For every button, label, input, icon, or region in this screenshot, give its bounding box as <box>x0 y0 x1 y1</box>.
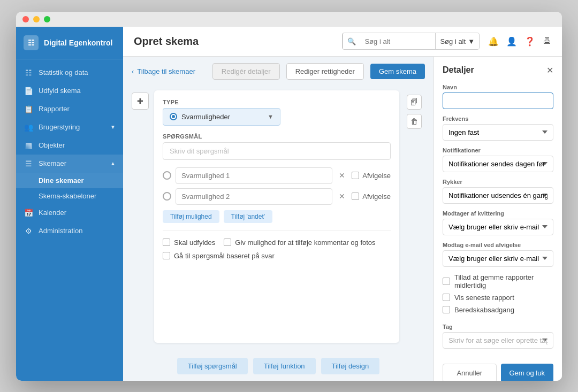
label-navn: Navn <box>443 84 553 90</box>
sidebar-item-skemaer[interactable]: ☰ Skemaer ▲ <box>16 155 123 173</box>
chevron-down-icon: ▼ <box>468 37 475 45</box>
select-modtager-kvittering[interactable]: Vælg bruger eller skriv e-mail <box>443 219 553 235</box>
option-checkbox-1[interactable] <box>352 172 359 179</box>
check-beredskabsadgang: Beredskabsadgang <box>443 306 553 314</box>
help-icon[interactable]: ❓ <box>524 36 535 47</box>
option-remove-2[interactable]: ✕ <box>337 191 347 202</box>
label-gem-midlertidig: Tillad at gemme rapporter midlertidig <box>454 273 553 289</box>
close-dot[interactable] <box>22 16 29 22</box>
delete-tool[interactable]: 🗑 <box>407 114 422 129</box>
label-skal-udfyldes: Skal udfyldes <box>174 239 215 247</box>
option-remove-1[interactable]: ✕ <box>337 170 347 181</box>
udfyld-icon: 📄 <box>24 87 33 95</box>
check-kommentar-fotos: Giv mulighed for at tilføje kommentar og… <box>224 239 375 247</box>
user-icon[interactable]: 👤 <box>506 36 517 47</box>
sidebar-item-skema-skabeloner[interactable]: Skema-skabeloner <box>16 188 123 204</box>
administration-icon: ⚙ <box>24 227 33 235</box>
back-link[interactable]: ‹ Tilbage til skemaer <box>132 67 195 75</box>
app-window: ☷ Digital Egenkontrol ☷ Statistik og dat… <box>16 12 562 381</box>
input-navn[interactable] <box>443 93 553 109</box>
form-panel: ‹ Tilbage til skemaer Redigér detaljer R… <box>123 57 434 381</box>
btn-gem-skema[interactable]: Gem skema <box>370 64 425 79</box>
option-input-1[interactable] <box>176 167 332 184</box>
form-actions: Tilføj spørgsmål Tilføj funktion Tilføj … <box>123 351 434 381</box>
question-label: Spørgsmål <box>163 133 391 140</box>
bell-icon[interactable]: 🔔 <box>488 36 499 47</box>
sidebar-label-statistik: Statistik og data <box>39 68 116 76</box>
select-modtag-email-afvigelse[interactable]: Vælg bruger eller skriv e-mail <box>443 250 553 267</box>
chevron-down-icon: ▼ <box>268 113 273 120</box>
form-footer: Skal udfyldes Giv mulighed for at tilføj… <box>163 230 391 260</box>
close-icon[interactable]: ✕ <box>546 65 553 75</box>
label-tag: Tag <box>443 324 553 330</box>
search-icon[interactable]: 🔍 <box>343 33 360 50</box>
sidebar-item-brugerstyring[interactable]: 👥 Brugerstyring ▼ <box>16 118 123 136</box>
sidebar-item-dine-skemaer[interactable]: Dine skemaer <box>16 173 123 188</box>
main-content: Opret skema 🔍 Søg i alt ▼ 🔔 👤 ❓ 🖶 <box>123 27 562 381</box>
form-card: Type Svarmuligheder ▼ <box>154 90 399 343</box>
print-icon[interactable]: 🖶 <box>543 36 551 46</box>
sidebar-item-kalender[interactable]: 📅 Kalender <box>16 204 123 222</box>
checkbox-gaa-til-spoergsmaal[interactable] <box>163 252 170 259</box>
btn-rediger-rettigheder[interactable]: Rediger rettigheder <box>286 63 364 80</box>
detail-header: Detaljer ✕ <box>443 65 553 75</box>
btn-rediger-detaljer[interactable]: Redigér detaljer <box>212 63 280 80</box>
field-modtager-kvittering: Modtager af kvittering Vælg bruger eller… <box>443 210 553 235</box>
sidebar-logo: ☷ Digital Egenkontrol <box>16 27 123 59</box>
field-tag: Tag Skriv for at søge eller oprette tag <box>443 324 553 349</box>
btn-annuller[interactable]: Annuller <box>443 364 497 381</box>
footer-checks: Skal udfyldes Giv mulighed for at tilføj… <box>163 239 391 260</box>
btn-gem-luk[interactable]: Gem og luk <box>501 364 554 381</box>
maximize-dot[interactable] <box>44 16 50 22</box>
search-dropdown[interactable]: Søg i alt ▼ <box>435 33 479 50</box>
brugerstyring-icon: 👥 <box>24 123 33 132</box>
sidebar-item-rapporter[interactable]: 📋 Rapporter <box>16 100 123 118</box>
rapporter-icon: 📋 <box>24 105 33 113</box>
select-rykker[interactable]: Notifikationer udsendes én gang <box>443 187 553 204</box>
move-tool[interactable]: ✚ <box>132 93 149 110</box>
question-input[interactable] <box>163 142 391 160</box>
btn-tilfoej-funktion[interactable]: Tilføj funktion <box>253 358 316 374</box>
btn-tilfoej-spoergsmaal[interactable]: Tilføj spørgsmål <box>177 358 248 374</box>
type-select-label: Svarmuligheder <box>181 113 263 121</box>
option-radio-2 <box>163 192 171 201</box>
btn-tilfoej-andet[interactable]: Tilføj 'andet' <box>224 210 273 223</box>
select-tag[interactable]: Skriv for at søge eller oprette tag <box>443 332 553 349</box>
skema-skabeloner-label: Skema-skabeloner <box>39 192 96 200</box>
checkbox-kommentar-fotos[interactable] <box>224 239 231 246</box>
sidebar-item-udfyld[interactable]: 📄 Udfyld skema <box>16 82 123 100</box>
select-frekvens[interactable]: Ingen fast Daglig Ugentlig Månedlig <box>443 124 553 141</box>
option-checkbox-2[interactable] <box>352 193 359 200</box>
option-input-2[interactable] <box>176 188 332 205</box>
checkbox-skal-udfyldes[interactable] <box>163 239 170 246</box>
sidebar-label-administration: Administration <box>39 227 116 235</box>
page-title: Opret skema <box>134 35 333 48</box>
detail-panel: Detaljer ✕ Navn Frekvens Ingen fast Dagl… <box>434 57 562 381</box>
field-navn: Navn <box>443 84 553 109</box>
field-notifikationer: Notifikationer Notifikationer sendes dag… <box>443 147 553 172</box>
btn-tilfoej-design[interactable]: Tilføj design <box>321 358 380 374</box>
search-input[interactable] <box>360 37 435 45</box>
add-option-wrap: Tilføj mulighed Tilføj 'andet' <box>163 210 391 223</box>
titlebar <box>16 12 562 27</box>
sidebar-item-administration[interactable]: ⚙ Administration <box>16 222 123 240</box>
field-modtag-email-afvigelse: Modtag e-mail ved afvigelse Vælg bruger … <box>443 242 553 267</box>
sidebar-item-objekter[interactable]: ▦ Objekter <box>16 136 123 155</box>
sidebar-label-udfyld: Udfyld skema <box>39 87 116 95</box>
checkbox-vis-seneste[interactable] <box>443 294 450 301</box>
minimize-dot[interactable] <box>33 16 40 22</box>
skemaer-icon: ☰ <box>24 159 33 168</box>
kalender-icon: 📅 <box>24 209 33 217</box>
copy-tool[interactable]: 🗐 <box>407 95 422 110</box>
checkbox-gem-midlertidig[interactable] <box>443 278 450 285</box>
sidebar-item-statistik[interactable]: ☷ Statistik og data <box>16 64 123 82</box>
checkbox-beredskabsadgang[interactable] <box>443 306 450 313</box>
logo-icon: ☷ <box>24 35 39 50</box>
type-select[interactable]: Svarmuligheder ▼ <box>163 108 280 126</box>
btn-tilfoej-mulighed[interactable]: Tilføj mulighed <box>163 210 219 223</box>
option-check-wrap-1: Afvigelse <box>352 172 391 180</box>
content-area: ‹ Tilbage til skemaer Redigér detaljer R… <box>123 57 562 381</box>
label-modtager-kvittering: Modtager af kvittering <box>443 210 553 217</box>
option-check-wrap-2: Afvigelse <box>352 193 391 201</box>
select-notifikationer[interactable]: Notifikationer sendes dagen før <box>443 156 553 172</box>
